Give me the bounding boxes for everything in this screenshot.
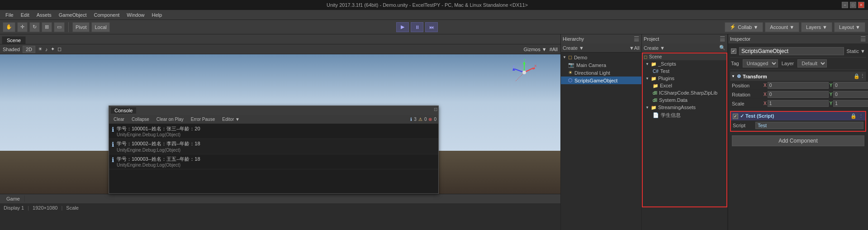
layout-button[interactable]: Layout ▼ (834, 22, 865, 32)
move-tool[interactable]: ✛ (17, 22, 28, 32)
account-button[interactable]: Account ▼ (765, 22, 799, 32)
inspector-tab[interactable]: Inspector (730, 36, 750, 42)
log-item-1[interactable]: ℹ 学号：100002--姓名：李四--年龄：18 UnityEngine.De… (109, 139, 438, 154)
console-tab[interactable]: Console (111, 107, 136, 114)
transform-menu[interactable]: ⋮ (860, 73, 865, 79)
layers-button[interactable]: Layers ▼ (801, 22, 832, 32)
editor-button[interactable]: Editor ▼ (219, 116, 242, 122)
p-excel-folder[interactable]: 📁 Excel (642, 82, 727, 89)
scene-tab[interactable]: Scene (2, 36, 26, 44)
maximize-button[interactable]: □ (850, 2, 856, 8)
pause-button[interactable]: ⏸ (411, 22, 423, 32)
pivot-button[interactable]: Pivot (72, 22, 90, 32)
game-tab[interactable]: Game (2, 196, 25, 202)
2d-button[interactable]: 2D (23, 46, 35, 53)
p-sharpziplib[interactable]: dll ICSharpCode.SharpZipLib (642, 89, 727, 96)
window-title: Unity 2017.3.1f1 (64bit) - Demo.unity - … (13, 2, 842, 8)
audio-button[interactable]: ♪ (45, 47, 48, 52)
component-menu-icon[interactable]: ⋮ (859, 113, 863, 119)
menu-window[interactable]: Window (123, 11, 148, 19)
log-item-0[interactable]: ℹ 学号：100001--姓名：张三--年龄：20 UnityEngine.De… (109, 124, 438, 139)
tag-select[interactable]: Untagged (743, 59, 778, 67)
hierarchy-toolbar: Create ▼ ▼All (561, 43, 641, 53)
lighting-button[interactable]: ☀ (38, 46, 43, 52)
component-lock-icon[interactable]: 🔒 (850, 113, 857, 119)
project-menu[interactable]: ☰ (720, 35, 726, 43)
menu-component[interactable]: Component (90, 11, 123, 19)
shaded-dropdown[interactable]: Shaded (3, 47, 20, 52)
inspector-menu[interactable]: ☰ (860, 35, 866, 43)
rect-tool[interactable]: ▭ (54, 22, 65, 32)
collapse-button[interactable]: Collapse (129, 116, 152, 122)
h-all-button[interactable]: ▼All (629, 45, 640, 51)
scale-label: Scale (66, 205, 79, 211)
local-button[interactable]: Local (91, 22, 109, 32)
hide-button[interactable]: ◻ (57, 46, 62, 52)
hand-tool[interactable]: ✋ (3, 22, 15, 32)
p-test-cs[interactable]: C# Test (642, 67, 727, 75)
console-log-area[interactable]: ℹ 学号：100001--姓名：张三--年龄：20 UnityEngine.De… (109, 124, 438, 193)
collab-label: Collab ▼ (738, 24, 758, 30)
project-tab[interactable]: Project (644, 36, 659, 42)
effects-button[interactable]: ✦ (51, 46, 55, 52)
p-scripts-folder[interactable]: ▼ 📁 _Scripts (642, 60, 727, 67)
p-create-button[interactable]: Create ▼ (644, 45, 665, 51)
all-button[interactable]: #All (550, 47, 558, 52)
menu-file[interactable]: File (2, 11, 17, 19)
p-system-data[interactable]: dll System.Data (642, 96, 727, 104)
layers-label: Layers ▼ (806, 24, 827, 30)
add-component-button[interactable]: Add Component (732, 135, 864, 146)
p-plugins-folder[interactable]: ▼ 📁 Plugins (642, 75, 727, 82)
console-resize[interactable]: ⊡ (434, 107, 437, 112)
sysdata-icon: dll (653, 98, 657, 103)
project-tab-bar: Project ☰ (642, 34, 727, 43)
clear-button[interactable]: Clear (111, 116, 127, 122)
menu-edit[interactable]: Edit (17, 11, 33, 19)
h-main-camera[interactable]: 📷 Main Camera (561, 61, 641, 69)
static-label[interactable]: Static ▼ (847, 48, 865, 54)
h-directional-light[interactable]: ☀ Directional Light (561, 69, 641, 77)
rot-y-label: Y (830, 92, 833, 97)
scene-folder-icon: ◻ (644, 54, 647, 59)
p-streaming-assets[interactable]: ▼ 📁 StreamingAssets (642, 104, 727, 111)
hierarchy-menu[interactable]: ☰ (634, 35, 640, 43)
play-button[interactable]: ▶ (396, 22, 409, 32)
transform-lock[interactable]: 🔒 (854, 73, 860, 79)
menu-assets[interactable]: Assets (33, 11, 55, 19)
streaming-icon: 📁 (651, 105, 656, 110)
menu-gameobject[interactable]: GameObject (55, 11, 90, 19)
step-button[interactable]: ⏭ (425, 22, 438, 32)
error-pause-button[interactable]: Error Pause (188, 116, 218, 122)
rotate-tool[interactable]: ↻ (29, 22, 40, 32)
pos-x-input[interactable] (768, 82, 829, 89)
scale-x-input[interactable] (768, 100, 829, 107)
scale-y-input[interactable] (833, 100, 868, 107)
script-component-header[interactable]: ✓ Test (Script) 🔒 ⋮ (731, 112, 865, 120)
h-scripts-gameobject[interactable]: ⬡ ScriptsGameObject (561, 77, 641, 84)
log-item-2[interactable]: ℹ 学号：100003--姓名：王五--年龄：18 UnityEngine.De… (109, 154, 438, 169)
collab-button[interactable]: ⚡ Collab ▼ (725, 22, 763, 32)
h-scene-root[interactable]: ▼ ◻ Demo (561, 53, 641, 61)
rot-x-input[interactable] (768, 91, 829, 98)
scale-tool[interactable]: ⊞ (42, 22, 52, 32)
transform-header[interactable]: ▼ ⊕ Transform 🔒 ⋮ (730, 72, 866, 81)
hierarchy-tab[interactable]: Hierarchy (563, 36, 584, 42)
script-field-value[interactable]: Test (755, 122, 863, 129)
h-create-button[interactable]: Create ▼ (563, 45, 584, 51)
gameobject-name-input[interactable] (739, 47, 844, 55)
excel-folder-icon: 📁 (653, 83, 658, 88)
p-student-file[interactable]: 📄 学生信息 (642, 111, 727, 120)
console-tab-bar: Console ⊡ (109, 106, 438, 115)
svg-marker-4 (523, 61, 526, 64)
gameobject-active-checkbox[interactable] (731, 48, 736, 54)
game-tab-bar: Game (0, 194, 560, 203)
menu-help[interactable]: Help (148, 11, 166, 19)
script-active-checkbox[interactable] (733, 114, 738, 119)
gizmos-button[interactable]: Gizmos ▼ (523, 47, 546, 52)
rot-y-input[interactable] (833, 91, 868, 98)
close-button[interactable]: ✕ (858, 2, 864, 8)
pos-y-input[interactable] (833, 82, 868, 89)
layer-select[interactable]: Default (797, 59, 827, 67)
minimize-button[interactable]: − (842, 2, 848, 8)
clear-on-play-button[interactable]: Clear on Play (154, 116, 186, 122)
